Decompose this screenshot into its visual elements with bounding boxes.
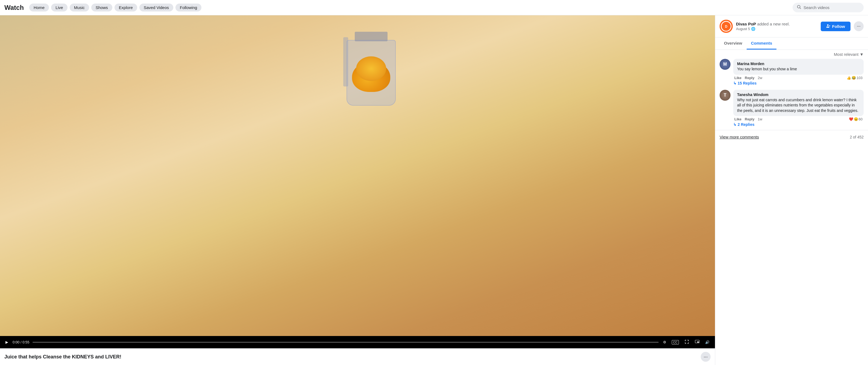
- nav-saved-videos[interactable]: Saved Videos: [140, 4, 173, 11]
- reaction-heart-icon: ❤️: [849, 117, 853, 121]
- settings-icon: ⚙: [663, 340, 666, 344]
- watch-title: Watch: [4, 4, 24, 11]
- comment-author: Tanesha Windom: [737, 92, 860, 97]
- video-section: ▶ 0:00 / 0:55 ⚙ CC: [0, 15, 715, 365]
- pagination-text: 2 of 452: [850, 135, 864, 139]
- main-nav: Home Live Music Shows Explore Saved Vide…: [29, 4, 202, 11]
- like-button[interactable]: Like: [734, 117, 741, 121]
- channel-action-text: added a new reel.: [757, 22, 790, 26]
- right-panel: D Divas PoP added a new reel. August 5 🌐: [715, 15, 868, 365]
- follow-icon: [826, 24, 831, 29]
- comment-item: M Marina Morden You say lemon but you sh…: [720, 59, 864, 86]
- search-icon: [797, 5, 801, 10]
- settings-button[interactable]: ⚙: [662, 339, 668, 345]
- comment-time: 1w: [757, 117, 762, 121]
- reaction-count: 103: [857, 76, 863, 80]
- reaction-like-icon: 👍: [847, 76, 851, 80]
- pip-icon: [695, 339, 700, 345]
- comment-time: 2w: [757, 76, 762, 80]
- channel-name-row: Divas PoP added a new reel.: [736, 22, 817, 26]
- cc-button[interactable]: CC: [671, 339, 680, 345]
- video-info-bar: Juice that helps Cleanse the KIDNEYS and…: [0, 348, 715, 365]
- nav-music[interactable]: Music: [70, 4, 89, 11]
- comment-reactions: 👍 😂 103: [847, 76, 863, 80]
- video-player[interactable]: [0, 15, 715, 336]
- replies-button[interactable]: ↳ 15 Replies: [733, 80, 756, 86]
- channel-info: D Divas PoP added a new reel. August 5 🌐: [715, 15, 868, 37]
- pip-button[interactable]: [694, 338, 701, 346]
- svg-rect-3: [697, 341, 699, 342]
- comment-actions: Like Reply 2w 👍 😂 103: [733, 76, 864, 80]
- reply-button[interactable]: Reply: [745, 76, 754, 80]
- sort-label: Most relevant: [834, 52, 859, 57]
- tab-comments[interactable]: Comments: [747, 37, 777, 50]
- sort-button[interactable]: Most relevant ▼: [834, 52, 864, 57]
- globe-icon: 🌐: [751, 27, 755, 31]
- svg-text:D: D: [725, 25, 727, 28]
- comment-item: T Tanesha Windom Why not just eat carrot…: [720, 90, 864, 128]
- svg-point-7: [827, 24, 828, 26]
- avatar: M: [720, 59, 731, 70]
- progress-bar[interactable]: [33, 342, 659, 343]
- comment-bubble: Tanesha Windom Why not just eat carrots …: [733, 90, 864, 116]
- channel-details: Divas PoP added a new reel. August 5 🌐: [736, 22, 817, 31]
- reply-arrow-icon: ↳: [733, 122, 737, 127]
- comments-footer: View more comments 2 of 452: [715, 130, 868, 144]
- channel-name: Divas PoP: [736, 22, 756, 26]
- comment-text: Why not just eat carrots and cucumbers a…: [737, 97, 860, 114]
- play-icon: ▶: [5, 340, 8, 344]
- time-display: 0:00 / 0:55: [12, 340, 29, 344]
- fullscreen-button[interactable]: [683, 338, 690, 346]
- video-more-button[interactable]: ···: [701, 352, 711, 362]
- replies-button[interactable]: ↳ 2 Replies: [733, 121, 754, 128]
- sort-chevron-icon: ▼: [860, 52, 864, 57]
- cc-icon: CC: [672, 340, 679, 344]
- search-input[interactable]: [804, 5, 859, 10]
- comment-author: Marina Morden: [737, 61, 860, 66]
- replies-count: 15 Replies: [738, 81, 756, 85]
- nav-live[interactable]: Live: [51, 4, 67, 11]
- search-bar: [793, 3, 864, 12]
- like-button[interactable]: Like: [734, 76, 741, 80]
- tab-overview[interactable]: Overview: [720, 37, 747, 50]
- header: Watch Home Live Music Shows Explore Save…: [0, 0, 868, 15]
- comment-bubble: Marina Morden You say lemon but you show…: [733, 59, 864, 75]
- sort-row: Most relevant ▼: [715, 50, 868, 59]
- comment-body: Tanesha Windom Why not just eat carrots …: [733, 90, 864, 128]
- video-title: Juice that helps Cleanse the KIDNEYS and…: [4, 354, 121, 360]
- nav-explore[interactable]: Explore: [115, 4, 137, 11]
- channel-more-button[interactable]: ···: [854, 21, 864, 31]
- reply-arrow-icon: ↳: [733, 81, 737, 85]
- reaction-count: 60: [859, 117, 863, 121]
- fullscreen-icon: [684, 339, 689, 345]
- main-layout: ▶ 0:00 / 0:55 ⚙ CC: [0, 15, 868, 365]
- reaction-laugh-icon: 😂: [851, 76, 856, 80]
- comment-text: You say lemon but you show a lime: [737, 66, 860, 72]
- avatar: T: [720, 90, 731, 101]
- comment-reactions: ❤️ 😠 60: [849, 117, 863, 121]
- follow-button[interactable]: Follow: [821, 22, 851, 31]
- video-thumbnail: [0, 15, 715, 336]
- comments-list: M Marina Morden You say lemon but you sh…: [715, 59, 868, 128]
- volume-button[interactable]: 🔊: [704, 339, 711, 345]
- channel-more-icon: ···: [857, 24, 860, 29]
- comment-body: Marina Morden You say lemon but you show…: [733, 59, 864, 86]
- reply-button[interactable]: Reply: [745, 117, 754, 121]
- view-more-button[interactable]: View more comments: [720, 135, 759, 139]
- replies-count: 2 Replies: [738, 122, 754, 127]
- comment-actions: Like Reply 1w ❤️ 😠 60: [733, 117, 864, 121]
- nav-following[interactable]: Following: [176, 4, 202, 11]
- more-icon: ···: [704, 354, 708, 360]
- follow-label: Follow: [832, 24, 845, 29]
- tabs-row: Overview Comments: [715, 37, 868, 50]
- svg-line-1: [800, 8, 801, 9]
- play-button[interactable]: ▶: [4, 339, 9, 345]
- reaction-angry-icon: 😠: [854, 117, 858, 121]
- nav-home[interactable]: Home: [29, 4, 49, 11]
- channel-avatar: D: [720, 20, 733, 33]
- volume-icon: 🔊: [705, 340, 710, 344]
- nav-shows[interactable]: Shows: [91, 4, 112, 11]
- video-controls: ▶ 0:00 / 0:55 ⚙ CC: [0, 336, 715, 348]
- channel-date: August 5 🌐: [736, 27, 817, 31]
